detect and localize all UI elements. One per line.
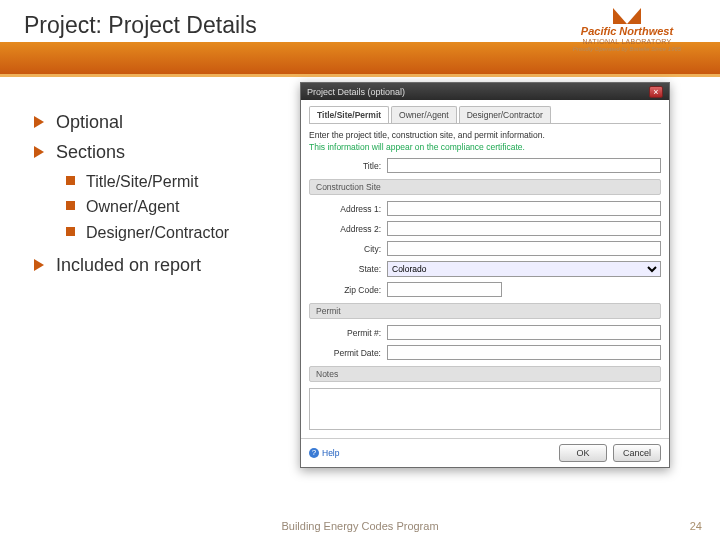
dialog-intro-line1: Enter the project title, construction si… (309, 130, 661, 140)
bullet-label: Designer/Contractor (86, 224, 229, 241)
label-address1: Address 1: (309, 204, 381, 214)
row-zip: Zip Code: (309, 282, 661, 297)
brand-block: Pacific Northwest NATIONAL LABORATORY Pr… (552, 6, 702, 52)
footer-program: Building Energy Codes Program (281, 520, 438, 532)
label-permit-no: Permit #: (309, 328, 381, 338)
dialog-buttons: OK Cancel (559, 444, 661, 462)
input-title[interactable] (387, 158, 661, 173)
tab-designer-contractor[interactable]: Designer/Contractor (459, 106, 551, 123)
dialog-wrap: Project Details (optional) × Title/Site/… (300, 82, 720, 512)
dialog-body: Title/Site/Permit Owner/Agent Designer/C… (301, 100, 669, 438)
label-permit-date: Permit Date: (309, 348, 381, 358)
dialog-footer: ? Help OK Cancel (301, 438, 669, 467)
input-address2[interactable] (387, 221, 661, 236)
help-icon: ? (309, 448, 319, 458)
brand-line2: NATIONAL LABORATORY (583, 38, 672, 45)
tab-title-site-permit[interactable]: Title/Site/Permit (309, 106, 389, 123)
cancel-button[interactable]: Cancel (613, 444, 661, 462)
input-zip[interactable] (387, 282, 502, 297)
bullet-label: Owner/Agent (86, 198, 179, 215)
help-label: Help (322, 448, 339, 458)
slide-footer: Building Energy Codes Program (0, 520, 720, 532)
input-permit-date[interactable] (387, 345, 661, 360)
ok-button[interactable]: OK (559, 444, 607, 462)
section-construction-site: Construction Site (309, 179, 661, 195)
tab-bar: Title/Site/Permit Owner/Agent Designer/C… (309, 106, 661, 124)
input-permit-no[interactable] (387, 325, 661, 340)
subbullet-title-site-permit: Title/Site/Permit (66, 171, 292, 193)
dialog-intro-line2: This information will appear on the comp… (309, 142, 661, 152)
page-number: 24 (690, 520, 702, 532)
help-link[interactable]: ? Help (309, 448, 339, 458)
label-title: Title: (309, 161, 381, 171)
row-permit-no: Permit #: (309, 325, 661, 340)
subbullet-designer-contractor: Designer/Contractor (66, 222, 292, 244)
project-details-dialog: Project Details (optional) × Title/Site/… (300, 82, 670, 468)
label-city: City: (309, 244, 381, 254)
bullet-label: Title/Site/Permit (86, 173, 198, 190)
bullet-label: Sections (56, 142, 125, 162)
bullet-included-on-report: Included on report (34, 253, 292, 277)
row-state: State: Colorado (309, 261, 661, 277)
row-permit-date: Permit Date: (309, 345, 661, 360)
row-city: City: (309, 241, 661, 256)
subbullet-owner-agent: Owner/Agent (66, 196, 292, 218)
dialog-titlebar: Project Details (optional) × (301, 83, 669, 100)
brand-line3: Proudly Operated by Battelle Since 1965 (573, 46, 681, 52)
slide: Project: Project Details Pacific Northwe… (0, 0, 720, 540)
slide-title: Project: Project Details (24, 12, 257, 39)
bullet-list: Optional Sections Title/Site/Permit Owne… (0, 82, 300, 512)
bullet-sections: Sections Title/Site/Permit Owner/Agent D… (34, 140, 292, 243)
input-city[interactable] (387, 241, 661, 256)
brand-logo-icon (613, 6, 641, 24)
close-button[interactable]: × (649, 86, 663, 98)
select-state[interactable]: Colorado (387, 261, 661, 277)
label-state: State: (309, 264, 381, 274)
label-zip: Zip Code: (309, 285, 381, 295)
row-address2: Address 2: (309, 221, 661, 236)
label-address2: Address 2: (309, 224, 381, 234)
input-address1[interactable] (387, 201, 661, 216)
tab-owner-agent[interactable]: Owner/Agent (391, 106, 457, 123)
row-address1: Address 1: (309, 201, 661, 216)
section-notes: Notes (309, 366, 661, 382)
bullet-optional: Optional (34, 110, 292, 134)
brand-line1: Pacific Northwest (581, 25, 673, 37)
bullet-label: Optional (56, 112, 123, 132)
textarea-notes[interactable] (309, 388, 661, 430)
bullet-label: Included on report (56, 255, 201, 275)
dialog-title-text: Project Details (optional) (307, 87, 405, 97)
row-title: Title: (309, 158, 661, 173)
slide-body: Optional Sections Title/Site/Permit Owne… (0, 82, 720, 512)
section-permit: Permit (309, 303, 661, 319)
